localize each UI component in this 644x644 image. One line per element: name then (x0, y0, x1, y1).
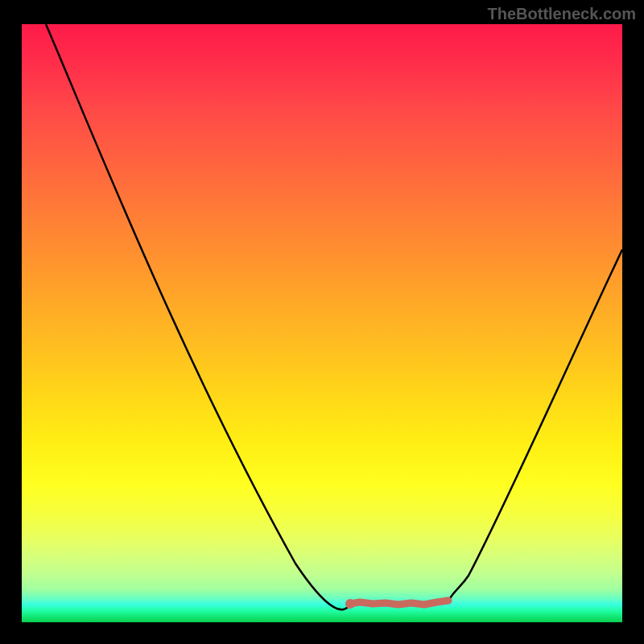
main-curve (46, 24, 622, 609)
watermark-text: TheBottleneck.com (488, 5, 636, 23)
highlight-segment (350, 601, 448, 605)
chart-container: TheBottleneck.com (0, 0, 644, 644)
highlight-dot (345, 599, 355, 609)
plot-area (22, 24, 622, 622)
chart-svg (22, 24, 622, 622)
